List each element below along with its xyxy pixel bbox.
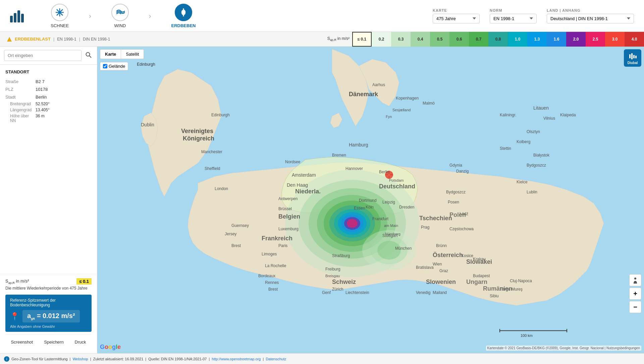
svg-text:Mailand: Mailand xyxy=(433,290,447,295)
erdbeben-label: ERDBEBEN xyxy=(171,23,196,28)
result-section: Sap,R in m/s² ≤ 0.1 Die mittlere Wiederk… xyxy=(0,274,97,353)
svg-text:Dublin: Dublin xyxy=(141,122,154,127)
norm-select[interactable]: EN 1998-1 DIN EN 1998-1 xyxy=(490,14,537,23)
bottom-sep4: | xyxy=(209,357,210,361)
diubal-icon xyxy=(628,52,637,61)
legend-cell-4[interactable]: 0.5 xyxy=(430,32,449,47)
erdbeben-bar-label: ERDBEBENLAST xyxy=(15,37,51,42)
svg-text:Posen: Posen xyxy=(448,200,459,204)
svg-text:Genf: Genf xyxy=(322,290,331,295)
speichern-button[interactable]: Speichern xyxy=(41,338,66,346)
svg-text:Potsdam: Potsdam xyxy=(389,178,404,182)
svg-line-9 xyxy=(89,56,91,58)
zoom-in-button[interactable]: + xyxy=(629,288,641,300)
map-area[interactable]: Vereinigtes Königreich Dublin Edinburgh … xyxy=(97,47,644,353)
person-control[interactable] xyxy=(629,274,641,286)
logo-bar-4 xyxy=(21,14,24,22)
erdbeben-bar-icon xyxy=(7,37,12,42)
legend-cell-13[interactable]: 3.0 xyxy=(605,32,625,47)
bottom-bar: i Geo-Zonen-Tool für Lastermittlung | We… xyxy=(0,353,644,364)
nav-item-erdbeben[interactable]: ERDBEBEN xyxy=(171,4,196,28)
legend-cell-1[interactable]: 0.2 xyxy=(372,32,391,47)
legend-cell-12[interactable]: 2.5 xyxy=(586,32,605,47)
svg-text:La Rochelle: La Rochelle xyxy=(265,263,286,268)
svg-text:Slowenien: Slowenien xyxy=(426,279,456,285)
edinburgh-label: Edinburgh xyxy=(137,62,155,67)
druck-button[interactable]: Druck xyxy=(72,338,89,346)
legend-cell-14[interactable]: 4.0 xyxy=(625,32,644,47)
map-tab-satellit[interactable]: Satellit xyxy=(121,50,144,59)
logo-bars xyxy=(10,9,24,22)
breitengrad-label: Breitengrad xyxy=(5,101,36,107)
bottom-webshop-link[interactable]: Webshop xyxy=(72,357,88,361)
svg-text:Bratislava: Bratislava xyxy=(416,265,434,270)
land-select[interactable]: Deutschland | DIN EN 1998-1 Österreich |… xyxy=(547,14,634,23)
svg-rect-123 xyxy=(633,55,635,58)
screenshot-button[interactable]: Screenshot xyxy=(8,338,36,346)
legend-cell-8[interactable]: 1.0 xyxy=(508,32,527,47)
svg-point-21 xyxy=(347,219,358,228)
laengengrad-label: Längengrad xyxy=(5,107,36,113)
svg-text:Antwerpen: Antwerpen xyxy=(278,196,298,201)
sep1: | xyxy=(53,37,54,42)
sidebar: STANDORT Straße B2 7 PLZ 10178 Stadt Ber… xyxy=(0,47,97,353)
s-ap-value: ≤ 0.1 xyxy=(76,278,92,285)
svg-rect-122 xyxy=(631,53,633,59)
map-controls: + − xyxy=(629,274,641,313)
legend-cell-6[interactable]: 0.7 xyxy=(469,32,488,47)
svg-text:Wien: Wien xyxy=(433,262,442,266)
norm-control: NORM EN 1998-1 DIN EN 1998-1 xyxy=(490,8,537,23)
referenz-value-row: 📍 agR = 0.012 m/s² xyxy=(10,310,87,322)
nav-item-wind[interactable]: WIND xyxy=(111,4,129,28)
svg-text:Zürich: Zürich xyxy=(332,287,343,292)
land-label: LAND | ANHANG xyxy=(547,8,634,12)
bottom-openstreetmap-link[interactable]: http://www.openstreetmap.org xyxy=(212,357,261,361)
zoom-out-button[interactable]: − xyxy=(629,301,641,313)
referenz-sub: Alle Angaben ohne Gewähr xyxy=(10,324,87,328)
legend-cell-11[interactable]: 2.0 xyxy=(566,32,586,47)
svg-text:Leipzig: Leipzig xyxy=(382,200,395,204)
table-row-stadt: Stadt Berlin xyxy=(5,93,92,101)
erdbeben-icon-circle xyxy=(175,4,192,21)
logo-bar-1 xyxy=(10,16,13,22)
legend-bar: ERDBEBENLAST | EN 1998-1 | DIN EN 1998-1… xyxy=(0,32,644,47)
search-button[interactable] xyxy=(84,51,93,60)
svg-text:Königreich: Königreich xyxy=(183,135,214,142)
svg-text:100 km: 100 km xyxy=(521,333,533,338)
referenz-title: Referenz-Spitzenwert der Bodenbeschleuni… xyxy=(10,298,87,307)
legend-cell-0[interactable]: ≤ 0.1 xyxy=(352,32,372,47)
nav-item-schnee[interactable]: SCHNEE xyxy=(51,4,69,28)
diubal-button[interactable]: Diubal xyxy=(624,49,641,67)
svg-text:Gdynia: Gdynia xyxy=(449,163,462,168)
legend-cell-9[interactable]: 1.3 xyxy=(527,32,547,47)
bottom-datenschutz-link[interactable]: Datenschutz xyxy=(266,357,286,361)
svg-text:Bydgoszcz: Bydgoszcz xyxy=(527,163,546,168)
gelande-checkbox[interactable] xyxy=(103,64,107,68)
erdbeben-info: ERDBEBENLAST | EN 1998-1 | DIN EN 1998-1 xyxy=(7,37,121,42)
land-control: LAND | ANHANG Deutschland | DIN EN 1998-… xyxy=(547,8,634,23)
legend-cell-7[interactable]: 0.8 xyxy=(488,32,508,47)
table-row-breitengrad: Breitengrad 52.520° xyxy=(5,101,92,107)
map-tab-karte[interactable]: Karte xyxy=(100,50,121,59)
karte-select[interactable]: 475 Jahre 100 Jahre 225 Jahre 975 Jahre … xyxy=(433,14,480,23)
person-icon xyxy=(632,277,639,284)
svg-text:Kosice: Kosice xyxy=(461,253,473,258)
search-input[interactable] xyxy=(4,50,82,61)
table-row-strasse: Straße B2 7 xyxy=(5,78,92,85)
svg-text:Berlin: Berlin xyxy=(379,170,389,174)
svg-text:Freiburg: Freiburg xyxy=(325,267,340,271)
legend-cell-3[interactable]: 0.4 xyxy=(411,32,430,47)
bottom-zuletzt: Zuletzt aktualisiert: 16.09.2021 xyxy=(93,357,144,361)
svg-text:Graz: Graz xyxy=(439,268,448,273)
legend-cell-2[interactable]: 0.3 xyxy=(391,32,411,47)
table-row-hoehe: Höhe über NN 36 m xyxy=(5,113,92,124)
svg-text:Brünn: Brünn xyxy=(436,243,447,248)
legend-cell-10[interactable]: 1.6 xyxy=(547,32,566,47)
svg-text:Aarhus: Aarhus xyxy=(372,82,385,87)
svg-text:Kielce: Kielce xyxy=(517,180,528,184)
svg-text:Liechtenstein: Liechtenstein xyxy=(345,290,369,295)
stadt-label: Stadt xyxy=(5,93,36,101)
erdbeben-icon xyxy=(179,8,188,17)
info-icon: i xyxy=(4,356,9,362)
legend-cell-5[interactable]: 0.6 xyxy=(449,32,469,47)
